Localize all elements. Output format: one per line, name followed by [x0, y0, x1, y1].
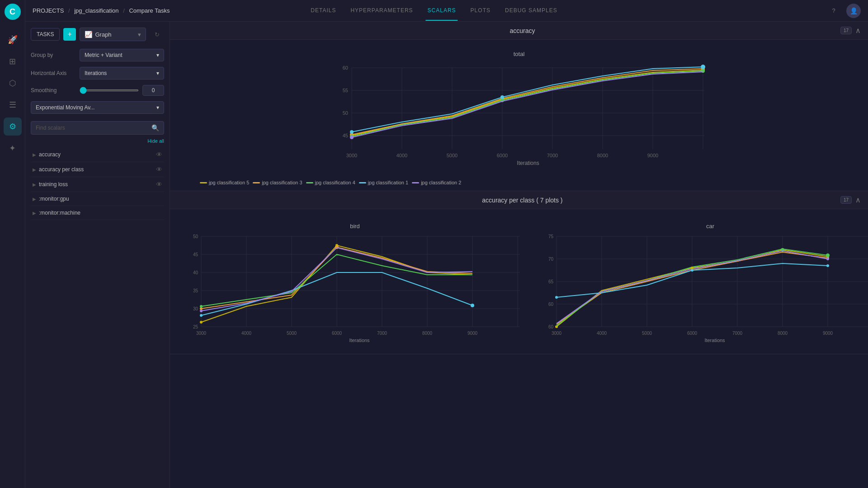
tab-details[interactable]: DETAILS	[309, 1, 338, 21]
svg-point-112	[826, 253, 830, 257]
svg-text:5000: 5000	[642, 331, 652, 336]
svg-rect-39	[181, 218, 529, 345]
legend-color-4	[359, 182, 366, 183]
svg-point-107	[555, 296, 558, 299]
horizontal-axis-select[interactable]: Iterations ▾	[80, 67, 164, 80]
smoothing-slider[interactable]	[80, 89, 139, 91]
top-navigation: PROJECTS / jpg_classification / Compare …	[25, 0, 868, 22]
svg-text:8000: 8000	[778, 331, 788, 336]
svg-point-74	[200, 314, 203, 317]
svg-text:3000: 3000	[552, 331, 562, 336]
refresh-icon[interactable]: ↻	[150, 27, 164, 42]
svg-text:50: 50	[343, 110, 348, 116]
content-area: TASKS + 📈 Graph ▾ ↻ Group by Metric + Va…	[25, 22, 868, 488]
chevron-down-icon: ▾	[156, 70, 159, 76]
car-chart-svg: car	[536, 218, 868, 345]
legend-color-1	[200, 182, 207, 183]
legend-color-3	[306, 182, 313, 183]
group-by-select[interactable]: Metric + Variant ▾	[80, 49, 164, 61]
svg-text:5000: 5000	[447, 153, 458, 158]
sidebar-icon-settings[interactable]: ⚙	[4, 117, 22, 136]
tasks-button[interactable]: TASKS	[31, 28, 60, 41]
accuracy-badge: 17	[840, 27, 852, 34]
add-task-button[interactable]: +	[63, 28, 76, 41]
main-content: PROJECTS / jpg_classification / Compare …	[25, 0, 868, 488]
svg-point-36	[500, 95, 504, 99]
search-icon: 🔍	[151, 124, 159, 131]
svg-text:9000: 9000	[467, 331, 478, 336]
svg-text:5000: 5000	[287, 331, 297, 336]
svg-point-69	[200, 321, 203, 324]
svg-point-76	[200, 310, 203, 312]
chevron-right-icon: ▶	[33, 167, 36, 172]
scalar-item-training-loss[interactable]: ▶ training loss 👁	[31, 177, 164, 192]
svg-text:car: car	[706, 223, 715, 230]
svg-point-75	[471, 304, 474, 307]
collapse-button[interactable]: ∧	[855, 196, 861, 204]
avatar[interactable]: 👤	[846, 4, 861, 18]
sidebar-icon-rocket[interactable]: 🚀	[4, 31, 22, 49]
smoothing-value: 0	[142, 85, 164, 96]
accuracy-per-class-header: accuracy per class ( 7 plots ) 17 ∧	[170, 191, 868, 209]
help-icon[interactable]: ?	[826, 4, 841, 18]
svg-text:Iterations: Iterations	[704, 338, 725, 343]
sidebar-icon-network[interactable]: ⬡	[4, 74, 22, 92]
graph-dropdown[interactable]: 📈 Graph ▾	[80, 28, 146, 41]
svg-text:9000: 9000	[823, 331, 833, 336]
eye-icon[interactable]: 👁	[156, 151, 162, 158]
svg-text:60: 60	[548, 324, 554, 329]
tab-hyperparameters[interactable]: HYPERPARAMETERS	[349, 1, 415, 21]
tab-scalars[interactable]: SCALARS	[426, 1, 458, 21]
svg-text:Iterations: Iterations	[349, 338, 370, 343]
multi-chart-row: bird	[177, 215, 861, 348]
svg-point-109	[691, 267, 693, 269]
eye-icon[interactable]: 👁	[156, 181, 162, 188]
scalar-item-monitor-machine[interactable]: ▶ :monitor:machine	[31, 206, 164, 220]
breadcrumb: PROJECTS / jpg_classification / Compare …	[33, 7, 170, 14]
smoothing-row: Smoothing 0	[31, 85, 164, 96]
find-scalars-input[interactable]: 🔍	[31, 121, 164, 135]
legend-item-3: jpg classification 4	[306, 180, 355, 185]
svg-text:3000: 3000	[196, 331, 207, 336]
svg-text:7000: 7000	[547, 153, 558, 158]
svg-text:4000: 4000	[597, 331, 607, 336]
nav-tabs: DETAILS HYPERPARAMETERS SCALARS PLOTS DE…	[309, 1, 559, 21]
svg-text:25: 25	[193, 324, 198, 329]
sidebar-icon-tag[interactable]: ✦	[4, 139, 22, 157]
svg-text:75: 75	[548, 234, 554, 239]
charts-area: accuracy 17 ∧ total	[170, 22, 868, 488]
chevron-down-icon: ▾	[156, 104, 159, 111]
accuracy-title: accuracy	[204, 27, 840, 34]
svg-point-114	[826, 258, 829, 260]
tab-debug-samples[interactable]: DEBUG SAMPLES	[503, 1, 559, 21]
sidebar-icon-grid[interactable]: ⊞	[4, 52, 22, 70]
eye-icon[interactable]: 👁	[156, 166, 162, 173]
scalar-item-monitor-gpu[interactable]: ▶ :monitor:gpu	[31, 192, 164, 206]
svg-point-37	[701, 65, 705, 69]
sidebar: C 🚀 ⊞ ⬡ ☰ ⚙ ✦	[0, 0, 25, 488]
accuracy-per-class-section: accuracy per class ( 7 plots ) 17 ∧	[170, 191, 868, 354]
tab-plots[interactable]: PLOTS	[469, 1, 492, 21]
legend-item-1: jpg classification 5	[200, 180, 249, 185]
svg-point-38	[350, 136, 354, 139]
svg-text:65: 65	[548, 279, 554, 284]
legend-item-5: jpg classification 2	[412, 180, 461, 185]
sidebar-icon-layers[interactable]: ☰	[4, 96, 22, 114]
svg-text:4000: 4000	[396, 153, 407, 158]
svg-text:60: 60	[548, 302, 554, 307]
logo[interactable]: C	[5, 4, 21, 20]
accuracy-chart: total	[325, 45, 713, 176]
search-input[interactable]	[36, 125, 151, 131]
svg-text:8000: 8000	[597, 153, 608, 158]
svg-text:7000: 7000	[732, 331, 743, 336]
scalar-item-accuracy[interactable]: ▶ accuracy 👁	[31, 147, 164, 162]
topnav-right: ? 👤	[826, 4, 861, 18]
collapse-button[interactable]: ∧	[855, 26, 861, 35]
exp-moving-select[interactable]: Exponential Moving Av... ▾	[31, 101, 164, 114]
svg-text:70: 70	[548, 257, 554, 262]
car-chart: car	[533, 215, 868, 348]
svg-text:45: 45	[343, 133, 348, 138]
hide-all-button[interactable]: Hide all	[31, 138, 164, 144]
scalar-item-accuracy-per-class[interactable]: ▶ accuracy per class 👁	[31, 162, 164, 177]
chevron-right-icon: ▶	[33, 197, 36, 202]
